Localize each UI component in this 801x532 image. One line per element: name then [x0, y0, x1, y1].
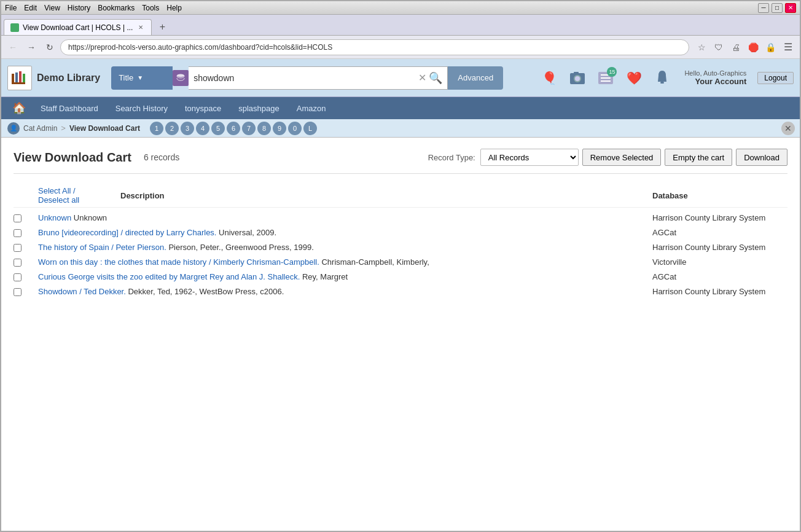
address-bar: ← → ↻ ☆ 🛡 🖨 🛑 🔒 ☰ — [1, 36, 800, 59]
table-header-row: Select All / Deselect all Description Da… — [14, 184, 787, 208]
nav-splashpage[interactable]: splashpage — [231, 100, 287, 117]
nav-staff-dashboard[interactable]: Staff Dashboard — [33, 100, 106, 117]
page-4[interactable]: 4 — [196, 122, 209, 135]
print-icon[interactable]: 🖨 — [729, 40, 743, 55]
page-6[interactable]: 6 — [227, 122, 240, 135]
row-checkbox-4[interactable] — [14, 273, 21, 281]
table-row: Worn on this day : the clothes that made… — [14, 256, 787, 270]
page-9[interactable]: 9 — [273, 122, 286, 135]
row-checkbox-5[interactable] — [14, 288, 21, 296]
menu-history[interactable]: History — [68, 4, 90, 12]
logout-button[interactable]: Logout — [757, 72, 794, 84]
row-checkbox-3[interactable] — [14, 259, 21, 267]
page-title: View Download Cart — [14, 150, 131, 165]
page-5[interactable]: 5 — [211, 122, 225, 135]
heart-icon[interactable]: ❤️ — [623, 67, 645, 89]
window-controls[interactable]: ─ □ ✕ — [758, 3, 796, 13]
download-button[interactable]: Download — [736, 149, 787, 166]
page-title-block: View Download Cart — [14, 150, 131, 165]
advanced-search-button[interactable]: Advanced — [448, 66, 503, 90]
menu-view[interactable]: View — [44, 4, 60, 12]
svg-rect-15 — [660, 82, 664, 84]
browser-menu-button[interactable]: ☰ — [780, 39, 796, 55]
maximize-button[interactable]: □ — [772, 3, 783, 13]
row-checkbox-2[interactable] — [14, 244, 21, 252]
search-clear-button[interactable]: ✕ — [418, 72, 426, 84]
record-type-select[interactable]: All Records MARC Records Brief Records — [480, 149, 579, 166]
row-link-3[interactable]: Worn on this day : the clothes that made… — [38, 257, 319, 267]
menu-bar[interactable]: File Edit View History Bookmarks Tools H… — [5, 4, 182, 12]
page-1[interactable]: 1 — [150, 122, 163, 135]
select-all-link[interactable]: Select All / — [38, 186, 93, 195]
table-row: Unknown Unknown Harrison County Library … — [14, 211, 787, 226]
nav-bar: 🏠 Staff Dashboard Search History tonyspa… — [1, 97, 800, 119]
row-description-2: The history of Spain / Peter Pierson. Pi… — [38, 243, 652, 252]
menu-help[interactable]: Help — [166, 4, 182, 12]
camera-icon[interactable] — [566, 67, 588, 89]
col-database-header: Database — [652, 191, 787, 200]
records-table: Select All / Deselect all Description Da… — [14, 184, 787, 300]
menu-bookmarks[interactable]: Bookmarks — [98, 4, 135, 12]
page-2[interactable]: 2 — [165, 122, 179, 135]
refresh-button[interactable]: ↻ — [42, 39, 58, 55]
page-L[interactable]: L — [303, 122, 317, 135]
page-7[interactable]: 7 — [242, 122, 256, 135]
page-8[interactable]: 8 — [257, 122, 271, 135]
nav-amazon[interactable]: Amazon — [289, 100, 334, 117]
breadcrumb-bar: 👤 Cat Admin > View Download Cart 1 2 3 4… — [1, 119, 800, 138]
breadcrumb-separator: > — [61, 123, 66, 133]
search-type-dropdown[interactable]: Title ▼ — [111, 66, 173, 90]
search-go-button[interactable]: 🔍 — [429, 71, 442, 85]
row-database-1: AGCat — [652, 228, 787, 237]
back-button[interactable]: ← — [5, 39, 21, 55]
menu-file[interactable]: File — [5, 4, 17, 12]
list-icon[interactable]: 15 — [595, 67, 617, 89]
row-checkbox-1[interactable] — [14, 229, 21, 237]
account-name[interactable]: Your Account — [695, 77, 747, 86]
row-description-0: Unknown Unknown — [38, 213, 652, 222]
records-count: 6 records — [144, 152, 179, 162]
table-row: Bruno [videorecording] / directed by Lar… — [14, 226, 787, 241]
menu-tools[interactable]: Tools — [142, 4, 159, 12]
home-icon[interactable]: 🏠 — [7, 99, 31, 117]
record-type-label: Record Type: — [428, 153, 475, 162]
row-link-4[interactable]: Curious George visits the zoo edited by … — [38, 272, 300, 281]
tab-close-button[interactable]: ✕ — [136, 23, 145, 32]
nav-search-history[interactable]: Search History — [108, 100, 175, 117]
forward-button[interactable]: → — [23, 39, 39, 55]
row-link-2[interactable]: The history of Spain / Peter Pierson. — [38, 243, 166, 252]
browser-tab[interactable]: View Download Cart | HCOLS | ... ✕ — [4, 19, 152, 35]
svg-point-9 — [575, 76, 580, 81]
empty-cart-button[interactable]: Empty the cart — [665, 149, 732, 166]
breadcrumb-close-button[interactable]: ✕ — [781, 122, 795, 135]
minimize-button[interactable]: ─ — [758, 3, 769, 13]
row-link-1[interactable]: Bruno [videorecording] / directed by Lar… — [38, 228, 216, 237]
row-database-2: Harrison County Library System — [652, 243, 787, 252]
tab-favicon — [10, 23, 19, 32]
deselect-all-link[interactable]: Deselect all — [38, 195, 93, 205]
col-description-header: Description — [120, 191, 652, 200]
addon-icon: 🔒 — [763, 40, 778, 55]
menu-edit[interactable]: Edit — [24, 4, 37, 12]
row-link-0[interactable]: Unknown — [38, 213, 71, 222]
row-database-3: Victorville — [652, 257, 787, 267]
new-tab-button[interactable]: + — [154, 19, 170, 35]
header-icons: 🎈 15 ❤️ Hello, Auto-Graphics Your Accoun… — [538, 67, 794, 89]
row-database-0: Harrison County Library System — [652, 213, 787, 222]
close-button[interactable]: ✕ — [785, 3, 796, 13]
bell-icon[interactable] — [651, 67, 673, 89]
row-description-1: Bruno [videorecording] / directed by Lar… — [38, 228, 652, 237]
nav-tonyspace[interactable]: tonyspace — [178, 100, 229, 117]
row-checkbox-0[interactable] — [14, 214, 21, 222]
title-bar: File Edit View History Bookmarks Tools H… — [1, 1, 800, 15]
address-input[interactable] — [60, 39, 689, 55]
database-icon[interactable] — [173, 70, 189, 86]
content-area: View Download Cart 6 records Record Type… — [1, 138, 800, 531]
remove-selected-button[interactable]: Remove Selected — [582, 149, 662, 166]
row-link-5[interactable]: Showdown / Ted Dekker. — [38, 287, 126, 296]
page-3[interactable]: 3 — [181, 122, 194, 135]
search-input[interactable] — [193, 73, 418, 83]
bookmark-icon[interactable]: ☆ — [694, 40, 709, 55]
svg-rect-4 — [12, 82, 25, 84]
page-0[interactable]: 0 — [288, 122, 302, 135]
